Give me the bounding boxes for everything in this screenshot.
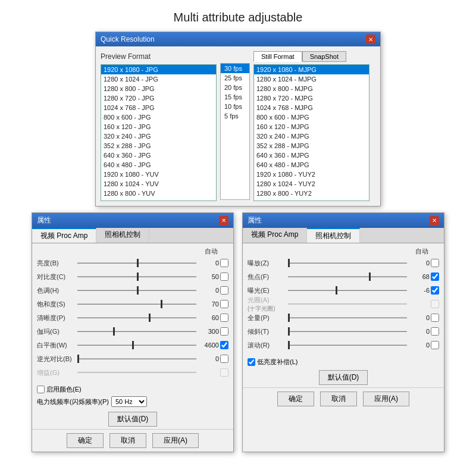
preview-list-item[interactable]: 352 x 288 - JPG — [101, 141, 216, 151]
still-format-tab[interactable]: Still Format — [253, 51, 302, 62]
prop-auto-checkbox[interactable] — [220, 286, 228, 295]
prop-auto-checkbox[interactable] — [220, 300, 228, 308]
cancel-button-right[interactable]: 取消 — [320, 392, 357, 406]
still-list-item[interactable]: 640 x 480 - MJPG — [254, 160, 369, 170]
fps-list-item[interactable]: 5 fps — [221, 111, 249, 121]
prop-auto-checkbox[interactable] — [220, 341, 228, 349]
still-list-item[interactable]: 1280 x 720 - YUY2 — [254, 198, 369, 201]
prop-slider-track[interactable] — [77, 262, 196, 264]
prop-close-right[interactable]: ✕ — [430, 216, 439, 226]
fps-list-item[interactable]: 10 fps — [221, 102, 249, 111]
preview-list-item[interactable]: 320 x 240 - JPG — [101, 131, 216, 141]
prop-slider-thumb[interactable] — [288, 327, 290, 336]
prop-auto-checkbox[interactable] — [220, 273, 228, 281]
preview-format-listbox[interactable]: 1920 x 1080 - JPG1280 x 1024 - JPG1280 x… — [101, 64, 217, 201]
apply-button-right[interactable]: 应用(A) — [363, 392, 409, 406]
prop-slider-thumb[interactable] — [288, 259, 290, 267]
still-list-item[interactable]: 1920 x 1080 - YUY2 — [254, 170, 369, 179]
color-enable-checkbox[interactable] — [37, 386, 45, 393]
prop-slider-thumb[interactable] — [288, 341, 290, 349]
prop-auto-checkbox[interactable] — [220, 368, 228, 377]
prop-auto-checkbox[interactable] — [431, 286, 439, 295]
still-list-item[interactable]: 320 x 240 - MJPG — [254, 131, 369, 141]
still-list-item[interactable]: 1920 x 1080 - MJPG — [254, 65, 369, 74]
prop-close-left[interactable]: ✕ — [219, 216, 228, 226]
prop-slider-thumb[interactable] — [137, 259, 139, 267]
prop-auto-checkbox[interactable] — [220, 355, 228, 363]
prop-slider-track[interactable] — [77, 290, 196, 291]
ok-button-left[interactable]: 确定 — [67, 433, 104, 448]
cancel-button-left[interactable]: 取消 — [109, 433, 146, 448]
ok-button-right[interactable]: 确定 — [277, 392, 314, 406]
still-list-item[interactable]: 800 x 600 - MJPG — [254, 112, 369, 122]
still-format-listbox[interactable]: 1920 x 1080 - MJPG1280 x 1024 - MJPG1280… — [253, 64, 369, 201]
tab-video-proc-amp-right[interactable]: 视频 Proc Amp — [243, 228, 307, 243]
still-list-item[interactable]: 1280 x 1024 - MJPG — [254, 74, 369, 84]
preview-list-item[interactable]: 1280 x 1024 - YUV — [101, 179, 216, 189]
preview-list-item[interactable]: 1280 x 720 - YUV — [101, 198, 216, 201]
preview-list-item[interactable]: 640 x 480 - JPG — [101, 160, 216, 170]
preview-list-item[interactable]: 800 x 600 - JPG — [101, 112, 216, 122]
preview-list-item[interactable]: 1280 x 1024 - JPG — [101, 74, 216, 84]
still-list-item[interactable]: 1280 x 1024 - YUY2 — [254, 179, 369, 189]
prop-slider-track[interactable] — [77, 276, 196, 277]
prop-auto-checkbox[interactable] — [431, 273, 439, 281]
still-list-item[interactable]: 1280 x 800 - MJPG — [254, 84, 369, 93]
still-list-item[interactable]: 640 x 360 - MJPG — [254, 151, 369, 160]
prop-auto-checkbox[interactable] — [220, 327, 228, 336]
prop-slider-thumb[interactable] — [161, 300, 162, 308]
prop-slider-track[interactable] — [288, 303, 407, 305]
prop-slider-thumb[interactable] — [137, 273, 139, 281]
prop-auto-checkbox[interactable] — [431, 327, 439, 336]
still-list-item[interactable]: 160 x 120 - MJPG — [254, 122, 369, 131]
apply-button-left[interactable]: 应用(A) — [152, 433, 199, 448]
still-list-item[interactable]: 1280 x 720 - MJPG — [254, 93, 369, 103]
prop-auto-checkbox[interactable] — [431, 341, 439, 349]
still-list-item[interactable]: 1024 x 768 - MJPG — [254, 103, 369, 112]
fps-list-item[interactable]: 15 fps — [221, 92, 249, 102]
prop-slider-thumb[interactable] — [336, 286, 337, 295]
fps-list-item[interactable]: 20 fps — [221, 83, 249, 92]
prop-auto-checkbox[interactable] — [220, 314, 228, 322]
preview-list-item[interactable]: 1024 x 768 - JPG — [101, 103, 216, 112]
prop-auto-checkbox[interactable] — [431, 300, 439, 308]
prop-slider-thumb[interactable] — [77, 355, 79, 363]
prop-slider-track[interactable] — [77, 317, 196, 318]
low-light-checkbox[interactable] — [248, 358, 255, 366]
prop-slider-track[interactable] — [77, 358, 196, 359]
prop-slider-track[interactable] — [77, 331, 196, 332]
preview-list-item[interactable]: 1920 x 1080 - JPG — [101, 65, 216, 74]
fps-list-item[interactable]: 30 fps — [221, 64, 249, 73]
prop-slider-track[interactable] — [288, 290, 407, 291]
prop-slider-thumb[interactable] — [149, 314, 151, 322]
prop-slider-track[interactable] — [77, 303, 196, 305]
prop-slider-track[interactable] — [288, 276, 407, 277]
prop-slider-track[interactable] — [288, 262, 407, 264]
prop-slider-thumb[interactable] — [369, 273, 371, 281]
prop-auto-checkbox[interactable] — [431, 259, 439, 267]
default-button-right[interactable]: 默认值(D) — [319, 370, 368, 385]
prop-auto-checkbox[interactable] — [220, 259, 228, 267]
prop-slider-track[interactable] — [288, 345, 407, 346]
fps-list-item[interactable]: 25 fps — [221, 73, 249, 83]
snapshot-tab[interactable]: SnapShot — [302, 51, 346, 62]
default-button-left[interactable]: 默认值(D) — [108, 412, 158, 427]
preview-list-item[interactable]: 160 x 120 - JPG — [101, 122, 216, 131]
fps-listbox[interactable]: 30 fps25 fps20 fps15 fps10 fps5 fps — [220, 63, 250, 200]
still-list-item[interactable]: 1280 x 800 - YUY2 — [254, 189, 369, 198]
close-button[interactable]: ✕ — [366, 35, 375, 44]
tab-camera-ctrl-right[interactable]: 照相机控制 — [307, 228, 360, 243]
preview-list-item[interactable]: 1280 x 800 - JPG — [101, 84, 216, 93]
preview-list-item[interactable]: 640 x 360 - JPG — [101, 151, 216, 160]
preview-list-item[interactable]: 1280 x 720 - JPG — [101, 93, 216, 103]
still-list-item[interactable]: 352 x 288 - MJPG — [254, 141, 369, 151]
prop-auto-checkbox[interactable] — [431, 314, 439, 322]
prop-slider-thumb[interactable] — [288, 314, 290, 322]
tab-video-proc-amp-left[interactable]: 视频 Proc Amp — [32, 228, 96, 243]
preview-list-item[interactable]: 1280 x 800 - YUV — [101, 189, 216, 198]
prop-slider-thumb[interactable] — [132, 341, 134, 349]
prop-slider-track[interactable] — [288, 317, 407, 318]
tab-camera-ctrl-left[interactable]: 照相机控制 — [96, 228, 149, 243]
prop-slider-track[interactable] — [77, 372, 196, 373]
prop-slider-thumb[interactable] — [113, 327, 115, 336]
